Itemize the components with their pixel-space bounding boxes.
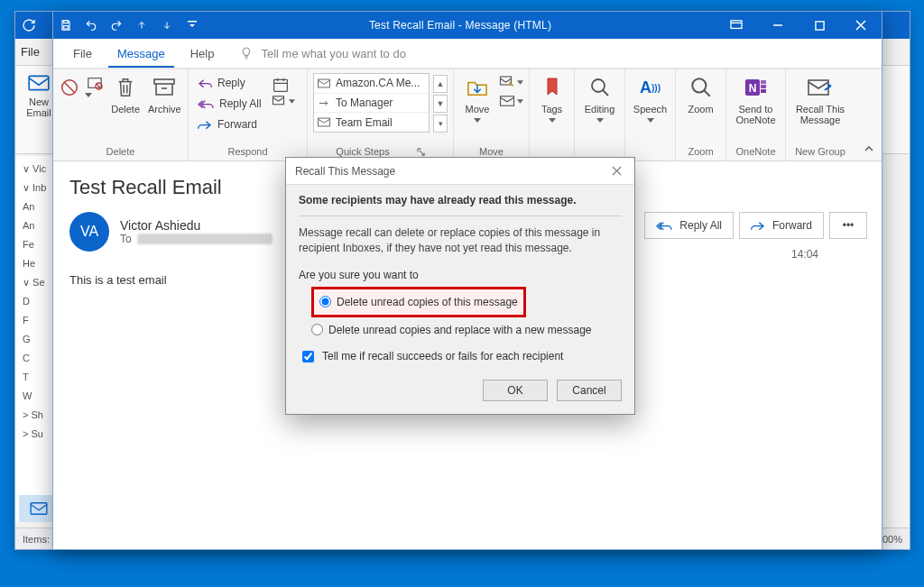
zoom-button[interactable]: Zoom <box>681 73 720 115</box>
svg-point-19 <box>592 79 605 92</box>
reply-all-action[interactable]: Reply All <box>644 212 734 239</box>
message-time: 14:04 <box>791 248 818 261</box>
tab-file[interactable]: File <box>64 41 101 66</box>
svg-rect-12 <box>154 79 174 84</box>
svg-rect-26 <box>808 80 828 95</box>
maximize-button[interactable] <box>799 12 840 39</box>
svg-text:N: N <box>748 82 756 95</box>
dialog-text: Message recall can delete or replace cop… <box>299 225 622 256</box>
radio-replace[interactable]: Delete unread copies and replace with a … <box>311 321 622 339</box>
dialog-close-button[interactable] <box>607 162 625 180</box>
recipient-redacted <box>137 234 273 244</box>
minimize-button[interactable] <box>757 12 799 39</box>
send-to-onenote-button[interactable]: N Send to OneNote <box>732 73 780 125</box>
svg-rect-24 <box>761 85 766 88</box>
quick-step-item[interactable]: Team Email <box>314 113 429 132</box>
recall-this-message-button[interactable]: Recall This Message <box>791 73 849 125</box>
dialog-launcher-icon[interactable] <box>417 148 425 156</box>
svg-point-20 <box>692 78 706 92</box>
dialog-headline: Some recipients may have already read th… <box>299 194 622 206</box>
group-label-onenote: OneNote <box>732 144 780 161</box>
delete-button[interactable]: Delete <box>108 73 143 115</box>
message-titlebar: Test Recall Email - Message (HTML) <box>53 12 882 39</box>
quick-steps-gallery[interactable]: Amazon.CA Me... To Manager Team Email <box>313 73 430 133</box>
svg-rect-14 <box>273 96 284 105</box>
qat-prev-icon[interactable] <box>129 12 154 39</box>
qat-redo-icon[interactable] <box>104 12 129 39</box>
svg-rect-13 <box>274 79 288 91</box>
junk-dropdown[interactable] <box>85 73 105 97</box>
radio-replace-input[interactable] <box>311 324 323 335</box>
group-label-delete: Delete <box>59 144 182 161</box>
tab-message[interactable]: Message <box>108 41 174 68</box>
more-actions-button[interactable]: ••• <box>829 212 867 239</box>
window-title: Test Recall Email - Message (HTML) <box>205 19 716 32</box>
forward-action[interactable]: Forward <box>739 212 824 239</box>
svg-rect-6 <box>64 26 69 29</box>
close-button[interactable] <box>840 12 882 39</box>
more-respond-button[interactable] <box>272 95 295 107</box>
qat-next-icon[interactable] <box>154 12 180 39</box>
svg-rect-18 <box>501 96 514 106</box>
svg-rect-17 <box>501 77 512 85</box>
highlighted-option: Delete unread copies of this message <box>311 287 526 317</box>
sender-name: Victor Ashiedu <box>120 218 273 233</box>
tags-button[interactable]: Tags <box>535 73 568 123</box>
editing-button[interactable]: Editing <box>580 73 619 123</box>
ribbon-tabs: File Message Help Tell me what you want … <box>53 39 882 69</box>
archive-button[interactable]: Archive <box>147 73 182 115</box>
svg-rect-23 <box>761 80 766 84</box>
qat-save-icon[interactable] <box>53 12 79 39</box>
cancel-button[interactable]: Cancel <box>557 380 622 401</box>
svg-rect-0 <box>29 76 49 89</box>
forward-button[interactable]: Forward <box>194 115 261 134</box>
qat-undo-icon[interactable] <box>79 12 104 39</box>
svg-rect-15 <box>319 79 330 87</box>
avatar: VA <box>69 212 109 252</box>
quick-step-item[interactable]: To Manager <box>314 94 429 114</box>
svg-rect-5 <box>64 21 69 23</box>
dialog-title: Recall This Message <box>295 165 395 178</box>
bulb-icon <box>239 46 254 60</box>
actions-button[interactable] <box>499 95 523 107</box>
speech-button[interactable]: A))) Speech <box>631 73 670 123</box>
ignore-button[interactable] <box>59 73 81 100</box>
reply-button[interactable]: Reply <box>194 73 249 93</box>
to-line: To <box>120 233 273 245</box>
message-quick-actions: Reply All Forward ••• <box>644 212 867 239</box>
dialog-prompt: Are you sure you want to <box>299 269 622 281</box>
quick-step-item[interactable]: Amazon.CA Me... <box>314 74 429 94</box>
radio-delete-unread-input[interactable] <box>319 296 331 307</box>
radio-delete-unread[interactable]: Delete unread copies of this message <box>319 293 518 311</box>
qat-customize-icon[interactable] <box>180 12 205 39</box>
ok-button[interactable]: OK <box>483 380 548 401</box>
collapse-ribbon-icon[interactable] <box>862 142 876 157</box>
group-label-new: New Group <box>791 144 849 161</box>
sync-icon[interactable] <box>15 18 42 32</box>
quick-steps-scroll[interactable]: ▲▼▾ <box>433 73 448 133</box>
ribbon-display-icon[interactable] <box>716 12 757 39</box>
svg-rect-16 <box>319 118 330 126</box>
group-label-zoom: Zoom <box>681 144 720 161</box>
meeting-button[interactable] <box>272 77 295 93</box>
move-button[interactable]: Move <box>459 73 495 123</box>
rules-button[interactable] <box>499 75 523 89</box>
svg-rect-7 <box>188 21 197 23</box>
tell-me-checkbox-input[interactable] <box>302 351 314 362</box>
recall-dialog: Recall This Message Some recipients may … <box>285 157 635 415</box>
tell-me-checkbox[interactable]: Tell me if recall succeeds or fails for … <box>299 348 622 365</box>
svg-rect-9 <box>815 21 823 29</box>
tell-me-search[interactable]: Tell me what you want to do <box>239 46 405 60</box>
tab-help[interactable]: Help <box>181 41 224 66</box>
svg-rect-8 <box>731 21 742 29</box>
svg-rect-25 <box>761 89 766 93</box>
reply-all-button[interactable]: Reply All <box>194 94 265 114</box>
ribbon: Delete Archive Delete Reply Reply All Fo… <box>53 69 882 161</box>
svg-rect-1 <box>31 503 47 514</box>
